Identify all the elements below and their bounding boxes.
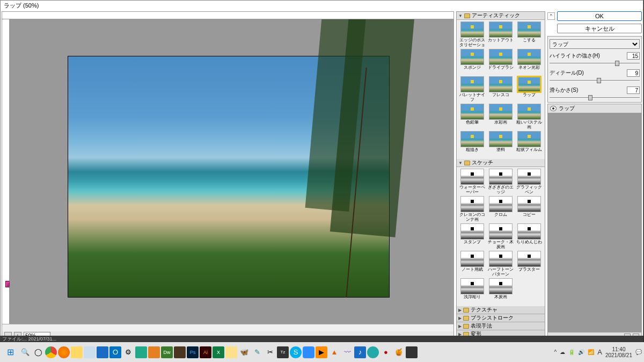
thumbnail-label: ちりめんじわ [516,240,542,250]
cortana-button[interactable]: ◯ [32,346,44,358]
category-header[interactable]: ▶表現手法 [457,322,545,330]
ruler-top [2,12,453,19]
app-icon-8[interactable]: 〰 [341,346,353,358]
filter-thumbnail[interactable]: プラスター [516,251,543,277]
filter-thumbnail[interactable]: 粗描き [458,131,486,157]
skype-icon[interactable]: S [290,346,302,358]
slider-thumb[interactable] [588,95,592,100]
app-icon-1[interactable] [135,346,147,358]
slider-label: ディテール(D) [550,69,584,77]
category-header[interactable]: ▶テクスチャ [457,306,545,314]
record-icon[interactable]: ● [380,346,392,358]
visibility-icon[interactable] [550,106,557,111]
thumbnail-label: ラップ [523,93,536,103]
filter-thumbnail[interactable]: スタンプ [458,223,486,250]
filter-select[interactable]: ラップ [550,39,640,49]
slider-track[interactable] [550,95,640,100]
canvas-area[interactable] [10,19,453,324]
media-icon[interactable]: ▶ [316,346,327,358]
search-button[interactable]: 🔍 [19,346,31,358]
app-icon-7[interactable]: Tz [277,346,289,358]
app-icon-4[interactable] [225,346,237,358]
filter-thumbnail[interactable]: コピー [516,196,543,222]
slider-track[interactable] [550,78,640,83]
dreamweaver-icon[interactable]: Dw [161,346,173,358]
app-icon-5[interactable]: ✎ [251,346,263,358]
tray-wifi-icon[interactable]: 📶 [588,349,594,355]
clock[interactable]: 11:40 2021/08/21 [605,346,632,358]
zoom-icon[interactable] [303,346,314,358]
tray-volume-icon[interactable]: 🔊 [578,349,584,355]
outlook-icon[interactable]: O [109,346,121,358]
filter-thumbnail[interactable]: 浅浮彫り [458,278,486,305]
filter-thumbnail[interactable]: スポンジ [458,49,486,75]
slider-thumb[interactable] [597,78,601,83]
app-icon-3[interactable] [174,346,186,358]
excel-icon[interactable]: X [213,346,224,358]
ok-button[interactable]: OK [557,11,642,21]
filter-thumbnail[interactable]: クレヨンのコンテ画 [458,196,486,222]
photos-icon[interactable] [97,346,108,358]
thumbnail-image [489,131,513,147]
filter-thumbnail[interactable]: フレスコ [487,76,514,103]
category-header[interactable]: ▼スケッチ [457,159,545,167]
thumbnail-label: チョーク・木炭画 [487,240,514,250]
app-icon-6[interactable]: ✂ [264,346,276,358]
app-icon-2[interactable] [148,346,160,358]
thumbnail-image [460,131,484,147]
thumbnail-image [489,223,513,240]
firefox-icon[interactable] [58,346,70,358]
collapse-gallery-button[interactable]: ⌃ [547,12,555,20]
slider-track[interactable] [550,61,640,66]
filter-thumbnail[interactable]: ドライブラシ [487,49,514,75]
notepad-icon[interactable] [84,346,96,358]
explorer-icon[interactable] [71,346,83,358]
filter-thumbnail[interactable]: 色鉛筆 [458,104,486,130]
chrome-icon[interactable] [45,346,57,358]
app-icon-9[interactable]: 🍯 [393,346,405,358]
filter-thumbnail[interactable]: ノート用紙 [458,251,486,277]
slider-value-input[interactable] [627,52,640,60]
filter-thumbnail[interactable]: ラップ [516,76,543,103]
filter-thumbnail[interactable]: カットアウト [487,21,514,48]
ime-indicator[interactable]: A [597,348,602,356]
filter-thumbnail[interactable]: パレットナイフ [458,76,486,103]
filter-thumbnail[interactable]: エッジのポスタリゼーション [458,21,486,48]
filter-thumbnail[interactable]: 粗いパステル画 [516,104,543,130]
filter-thumbnail[interactable]: クロム [487,196,514,222]
music-icon[interactable]: ♪ [354,346,366,358]
photoshop-icon[interactable]: Ps [187,346,199,358]
filter-thumbnail[interactable]: ネオン光彩 [516,49,543,75]
filter-thumbnail[interactable]: 水彩画 [487,104,514,130]
effect-layer-row[interactable]: ラップ [548,104,641,113]
filter-thumbnail[interactable]: こする [516,21,543,48]
slider-value-input[interactable] [627,69,640,77]
app-icon-10[interactable] [406,346,418,358]
filter-thumbnail[interactable]: ちりめんじわ [516,223,543,250]
slider-thumb[interactable] [615,61,619,66]
filter-thumbnail[interactable]: 木炭画 [487,278,514,305]
butterfly-icon[interactable]: 🦋 [238,346,250,358]
filter-thumbnail[interactable]: 粒状フィルム [516,131,543,157]
filter-thumbnail[interactable]: ウォーターペーパー [458,169,486,195]
settings-icon[interactable]: ⚙ [122,346,134,358]
tray-battery-icon[interactable]: 🔋 [568,349,575,355]
filter-thumbnail[interactable]: ぎざぎざのエッジ [487,169,514,195]
tray-cloud-icon[interactable]: ☁ [560,349,565,355]
filter-thumbnail[interactable]: グラフィックペン [516,169,543,195]
filter-thumbnail[interactable]: 塗料 [487,131,514,157]
start-button[interactable]: ⊞ [2,346,18,358]
illustrator-icon[interactable]: Ai [200,346,211,358]
slider-value-input[interactable] [627,86,640,94]
filter-thumbnail[interactable]: チョーク・木炭画 [487,223,514,250]
notifications-icon[interactable]: 💬 [635,349,642,355]
vlc-icon[interactable]: ▲ [328,346,340,358]
category-header[interactable]: ▶ブラシストローク [457,314,545,322]
scrollbar-horizontal[interactable] [2,324,453,331]
tray-chevron-icon[interactable]: ^ [554,349,557,355]
category-header[interactable]: ▼アーティスティック [457,12,545,20]
cancel-button[interactable]: キャンセル [557,24,642,33]
filter-thumbnail[interactable]: ハーフトーンパターン [487,251,514,277]
thumbnail-label: クロム [494,213,507,222]
globe-icon[interactable] [367,346,379,358]
